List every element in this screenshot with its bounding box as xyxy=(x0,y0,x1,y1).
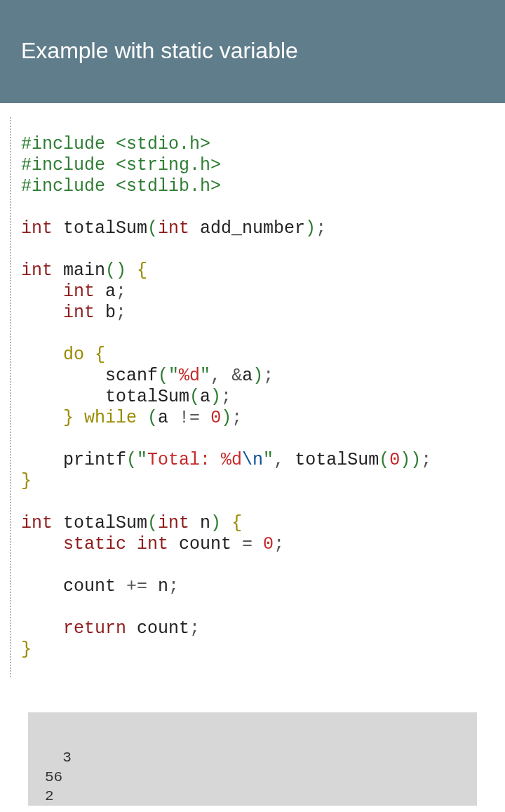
code-token: count xyxy=(168,534,242,554)
code-token xyxy=(21,281,63,302)
code-token xyxy=(221,513,231,533)
code-token: ; xyxy=(421,450,431,470)
code-token: printf xyxy=(21,450,126,470)
code-token: \n xyxy=(242,450,263,470)
code-token: b xyxy=(95,302,116,323)
code-token: ( xyxy=(147,218,158,239)
code-token: totalSum xyxy=(53,218,147,239)
code-token: int xyxy=(21,260,53,281)
output-block: 3 56 2 xyxy=(28,712,477,806)
page-title: Example with static variable xyxy=(21,38,484,64)
code-token: Total: %d xyxy=(147,450,242,470)
code-token: int xyxy=(158,513,189,533)
code-token: totalSum xyxy=(53,513,147,533)
code-token: ) xyxy=(305,218,316,239)
code-token: ; xyxy=(189,618,200,639)
output-text: 3 56 2 xyxy=(45,750,72,804)
code-token xyxy=(21,408,63,428)
code-token: ) xyxy=(252,366,263,386)
code-token: int xyxy=(158,218,189,239)
code-token: add_number xyxy=(189,218,305,239)
code-token xyxy=(21,345,63,365)
code-token: () xyxy=(105,260,126,281)
code-token: += xyxy=(126,576,158,597)
code-token xyxy=(21,534,63,554)
code-token: ( xyxy=(158,366,168,386)
code-token: 0 xyxy=(210,408,221,428)
code-token: ( xyxy=(147,513,158,533)
code-token: #include <string.h> xyxy=(21,155,221,175)
code-token: , xyxy=(210,366,231,386)
code-token: ) xyxy=(221,408,231,428)
code-token: 0 xyxy=(389,450,400,470)
code-token xyxy=(21,618,63,639)
code-token: ; xyxy=(116,302,126,323)
code-token: while xyxy=(84,408,137,428)
code-token: { xyxy=(231,513,242,533)
code-token: " xyxy=(200,366,210,386)
code-token xyxy=(137,408,147,428)
code-token: ; xyxy=(316,218,326,239)
code-token: { xyxy=(95,345,105,365)
code-token: " xyxy=(168,366,179,386)
code-token: & xyxy=(231,366,242,386)
code-token: = xyxy=(242,534,263,554)
code-token: ) xyxy=(210,387,221,407)
code-token: { xyxy=(137,260,147,281)
code-token xyxy=(74,408,84,428)
code-token: #include <stdio.h> xyxy=(21,134,210,154)
code-token: ; xyxy=(168,576,179,597)
code-token: int xyxy=(21,218,53,239)
code-token: main xyxy=(53,260,105,281)
code-token xyxy=(21,302,63,323)
code-token: } xyxy=(21,639,32,660)
code-token: int xyxy=(21,513,53,533)
code-token: scanf xyxy=(21,366,158,386)
code-token: ; xyxy=(231,408,242,428)
code-token: count xyxy=(21,576,126,597)
code-token: int xyxy=(137,534,168,554)
code-token: != xyxy=(179,408,210,428)
code-token: totalSum xyxy=(21,387,189,407)
code-token: static xyxy=(63,534,126,554)
code-token: a xyxy=(95,281,116,302)
code-token: a xyxy=(242,366,252,386)
code-token: ; xyxy=(274,534,284,554)
code-token: } xyxy=(21,471,32,491)
code-token: ; xyxy=(221,387,231,407)
page-header: Example with static variable xyxy=(0,0,505,103)
code-token xyxy=(84,345,95,365)
code-token: %d xyxy=(179,366,200,386)
code-token: ( xyxy=(189,387,200,407)
code-token xyxy=(126,534,137,554)
code-token: } xyxy=(63,408,74,428)
code-token: ) xyxy=(210,513,221,533)
code-token: " xyxy=(263,450,274,470)
code-token: do xyxy=(63,345,84,365)
code-token: a xyxy=(158,408,179,428)
code-token: totalSum xyxy=(295,450,379,470)
code-token: int xyxy=(63,281,95,302)
code-token: ; xyxy=(263,366,274,386)
code-token: 0 xyxy=(263,534,274,554)
code-token: " xyxy=(137,450,147,470)
code-token: int xyxy=(63,302,95,323)
code-token: ; xyxy=(116,281,126,302)
code-token: a xyxy=(200,387,210,407)
code-token: ( xyxy=(147,408,158,428)
code-token: )) xyxy=(400,450,421,470)
code-block: #include <stdio.h> #include <string.h> #… xyxy=(10,117,505,677)
code-token: #include <stdlib.h> xyxy=(21,176,221,197)
code-token: return xyxy=(63,618,126,639)
code-token: ( xyxy=(379,450,389,470)
code-token: , xyxy=(274,450,295,470)
code-token: ( xyxy=(126,450,137,470)
code-token xyxy=(126,260,137,281)
code-token: n xyxy=(189,513,210,533)
code-token: count xyxy=(126,618,189,639)
code-token: n xyxy=(158,576,168,597)
